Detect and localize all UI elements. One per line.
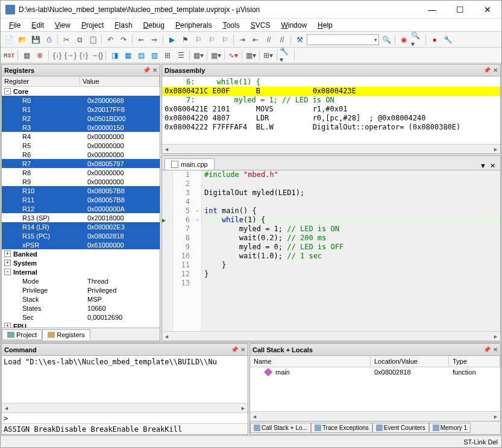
reg-R11[interactable]: R110x080057B8 <box>2 195 160 204</box>
disassembly-view[interactable]: 6: while(1) {0x0800421C E00F B 0x0800423… <box>162 76 500 144</box>
pin-icon[interactable]: 📌 <box>483 67 491 73</box>
reg-R7[interactable]: R70x08005797 <box>2 159 160 168</box>
new-icon[interactable]: 📄 <box>3 34 15 46</box>
pin-icon[interactable]: 📌 <box>483 346 491 353</box>
marker-icon[interactable]: ⚑ <box>179 34 191 46</box>
close-button[interactable]: ✕ <box>478 5 497 14</box>
uncomment-icon[interactable]: // <box>276 34 288 46</box>
reg-R3[interactable]: R30x00000150 <box>2 123 160 132</box>
stack-tab-2[interactable]: Event Counters <box>372 423 429 433</box>
comment-icon[interactable]: // <box>263 34 275 46</box>
reg-group-system[interactable]: +System <box>2 258 160 267</box>
mem-icon[interactable]: ▦▾ <box>210 49 222 61</box>
menu-tools[interactable]: Tools <box>218 20 245 31</box>
step-over-icon[interactable]: {→} <box>64 49 77 61</box>
minimize-button[interactable]: — <box>423 5 441 14</box>
menu-svcs[interactable]: SVCS <box>246 20 275 31</box>
nav-back-icon[interactable]: ⇐ <box>135 34 147 46</box>
pane-close-icon[interactable]: ✕ <box>493 67 498 73</box>
menu-project[interactable]: Project <box>77 20 108 31</box>
code-line-4[interactable] <box>204 198 500 207</box>
run-icon[interactable]: ▦ <box>20 49 33 61</box>
nav-fwd-icon[interactable]: ⇒ <box>148 34 160 46</box>
menu-window[interactable]: Window <box>276 20 312 31</box>
menu-edit[interactable]: Edit <box>27 20 49 31</box>
step-in-icon[interactable]: {↓} <box>51 49 63 61</box>
win5-icon[interactable]: ⊞ <box>162 49 174 61</box>
reg-States[interactable]: States10660 <box>2 303 160 313</box>
watch-icon[interactable]: ▦▾ <box>192 49 204 61</box>
run-to-icon[interactable]: →{} <box>91 49 103 61</box>
stack-tab-3[interactable]: Memory 1 <box>429 423 471 433</box>
marker3-icon[interactable]: ⚐ <box>206 34 218 46</box>
code-line-10[interactable]: wait(1.0); // 1 sec <box>204 252 500 261</box>
reg-R14LR[interactable]: R14 (LR)0x080002E3 <box>2 222 160 231</box>
tab-close-icon[interactable]: ✕ <box>490 162 495 170</box>
win6-icon[interactable]: ☰ <box>175 49 187 61</box>
reg-R12[interactable]: R120x0000000A <box>2 204 160 213</box>
code-line-12[interactable]: } <box>204 270 500 279</box>
menu-flash[interactable]: Flash <box>110 20 137 31</box>
disassembly-hscroll[interactable] <box>162 144 500 154</box>
find-icon[interactable]: 🔍 <box>380 34 392 46</box>
open-icon[interactable]: 📂 <box>16 34 28 46</box>
outdent-icon[interactable]: ⇤ <box>249 34 262 46</box>
build-icon[interactable]: ⚒ <box>293 34 306 46</box>
copy-icon[interactable]: ⧉ <box>74 34 86 46</box>
reg-R8[interactable]: R80x00000000 <box>2 168 160 177</box>
win3-icon[interactable]: ▤ <box>135 49 147 61</box>
disasm-line[interactable]: 0x08004220 4807 LDR r0,[pc,#28] ; @0x080… <box>162 114 500 123</box>
disasm-line[interactable]: 7: myled = 1; // LED is ON <box>162 96 500 105</box>
code-line-7[interactable]: myled = 1; // LED is ON <box>204 225 500 234</box>
redo-icon[interactable]: ↷ <box>118 34 130 46</box>
analyzer-icon[interactable]: ∿▾ <box>227 49 239 61</box>
cut-icon[interactable]: ✂ <box>60 34 72 46</box>
win1-icon[interactable]: ◨ <box>108 49 121 61</box>
editor-hscroll[interactable] <box>162 331 500 341</box>
code-line-8[interactable]: wait(0.2); // 200 ms <box>204 234 500 243</box>
tab-dropdown-icon[interactable]: ▼ <box>480 162 486 170</box>
code-line-1[interactable]: #include "mbed.h" <box>204 170 500 179</box>
reg-R5[interactable]: R50x00000000 <box>2 141 160 150</box>
reg-Sec[interactable]: Sec0,00012690 <box>2 313 160 322</box>
menu-debug[interactable]: Debug <box>139 20 169 31</box>
tab-project[interactable]: Project <box>2 329 42 340</box>
disasm-line[interactable]: 6: while(1) { <box>162 78 500 87</box>
stack-row[interactable]: main0x08002818function <box>250 367 500 377</box>
editor-body[interactable]: ▶ 12345678910111213 -- #include "mbed.h"… <box>162 170 500 331</box>
reg-R1[interactable]: R10x20017FF8 <box>2 105 160 114</box>
disasm-line[interactable]: 0x08004222 F7FFFAF4 BL.W DigitalOut::ope… <box>162 123 500 132</box>
reset-icon[interactable]: RST <box>3 49 15 61</box>
registers-tree[interactable]: −CoreR00x20000688R10x20017FF8R20x0501BD0… <box>2 87 160 328</box>
bookmark-icon[interactable]: ▶ <box>166 34 178 46</box>
disasm-line[interactable]: 0x0800421C E00F B 0x0800423E <box>162 87 500 96</box>
code-line-13[interactable] <box>204 279 500 288</box>
reg-xPSR[interactable]: xPSR0x61000000 <box>2 240 160 249</box>
save-icon[interactable]: 💾 <box>30 34 42 46</box>
indent-icon[interactable]: ⇥ <box>236 34 248 46</box>
reg-group-banked[interactable]: +Banked <box>2 249 160 258</box>
callstack-hscroll[interactable] <box>250 411 500 421</box>
stack-tab-0[interactable]: Call Stack + Lo... <box>250 423 311 433</box>
menu-view[interactable]: View <box>50 20 75 31</box>
stop-icon[interactable]: ⊗ <box>34 49 46 61</box>
reg-R15PC[interactable]: R15 (PC)0x08002818 <box>2 231 160 240</box>
win2-icon[interactable]: ▦ <box>122 49 134 61</box>
command-hscroll[interactable] <box>2 403 248 412</box>
step-out-icon[interactable]: {↑} <box>78 49 90 61</box>
reg-R6[interactable]: R60x00000000 <box>2 150 160 159</box>
pane-close-icon[interactable]: ✕ <box>152 67 157 73</box>
logic-icon[interactable]: ⊞▾ <box>262 49 274 61</box>
code-line-5[interactable]: int main() { <box>204 207 500 216</box>
reg-group-internal[interactable]: −Internal <box>2 267 160 276</box>
menu-file[interactable]: File <box>4 20 25 31</box>
reg-R4[interactable]: R40x00000000 <box>2 132 160 141</box>
callstack-body[interactable]: main0x08002818function <box>250 367 500 411</box>
pane-close-icon[interactable]: ✕ <box>493 346 498 353</box>
glass-icon[interactable]: 🔍▾ <box>411 34 423 46</box>
paste-icon[interactable]: 📋 <box>87 34 99 46</box>
editor-tab-main[interactable]: main.cpp <box>165 158 215 170</box>
reg-group-fpu[interactable]: +FPU <box>2 322 160 328</box>
reg-group-core[interactable]: −Core <box>2 87 160 96</box>
undo-icon[interactable]: ↶ <box>104 34 116 46</box>
